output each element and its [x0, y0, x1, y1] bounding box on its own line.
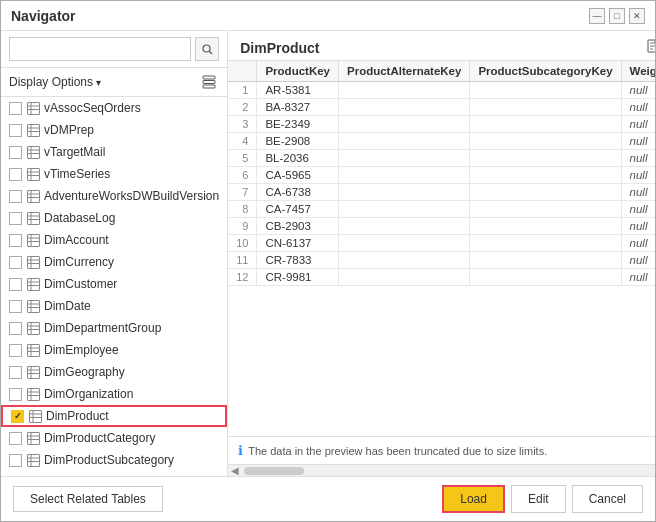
- list-item[interactable]: DimCustomer: [1, 273, 227, 295]
- svg-point-0: [203, 45, 210, 52]
- svg-rect-9: [27, 124, 39, 136]
- row-number: 1: [228, 82, 257, 99]
- weight-cell: null: [621, 82, 655, 99]
- list-item[interactable]: DatabaseLog: [1, 207, 227, 229]
- close-button[interactable]: ✕: [629, 8, 645, 24]
- item-checkbox[interactable]: [9, 344, 22, 357]
- data-table-area[interactable]: ProductKey ProductAlternateKey ProductSu…: [228, 61, 655, 436]
- item-checkbox[interactable]: [9, 124, 22, 137]
- svg-rect-3: [203, 81, 215, 84]
- item-checkbox[interactable]: [9, 388, 22, 401]
- items-list[interactable]: vAssocSeqOrders vDMPrep vTargetMail vTim…: [1, 97, 227, 476]
- item-checkbox[interactable]: [9, 322, 22, 335]
- item-checkbox[interactable]: [9, 234, 22, 247]
- maximize-button[interactable]: □: [609, 8, 625, 24]
- table-icon: [26, 277, 40, 291]
- table-icon: [26, 189, 40, 203]
- truncated-message: ℹ The data in the preview has been trunc…: [228, 436, 655, 464]
- item-checkbox[interactable]: [9, 168, 22, 181]
- alternate-key-cell: [338, 218, 469, 235]
- item-checkbox[interactable]: [9, 366, 22, 379]
- list-item[interactable]: DimGeography: [1, 361, 227, 383]
- svg-rect-61: [29, 410, 41, 422]
- item-label: DimEmployee: [44, 343, 119, 357]
- weight-cell: null: [621, 269, 655, 286]
- item-checkbox[interactable]: [9, 146, 22, 159]
- preview-icon-button[interactable]: [647, 39, 655, 56]
- weight-cell: null: [621, 150, 655, 167]
- list-item[interactable]: vTimeSeries: [1, 163, 227, 185]
- weight-cell: null: [621, 116, 655, 133]
- action-buttons: Load Edit Cancel: [442, 485, 643, 513]
- alternate-key-cell: [338, 167, 469, 184]
- item-checkbox[interactable]: [11, 410, 24, 423]
- horizontal-scrollbar[interactable]: ◀ ▶: [228, 464, 655, 476]
- subcategory-key-cell: [470, 167, 621, 184]
- item-label: DimOrganization: [44, 387, 133, 401]
- item-label: DimDate: [44, 299, 91, 313]
- list-item[interactable]: vDMPrep: [1, 119, 227, 141]
- subcategory-key-cell: [470, 150, 621, 167]
- list-item[interactable]: DimPromotion: [1, 471, 227, 476]
- table-icon: [26, 299, 40, 313]
- list-item[interactable]: AdventureWorksDWBuildVersion: [1, 185, 227, 207]
- subcategory-key-cell: [470, 99, 621, 116]
- list-item[interactable]: DimAccount: [1, 229, 227, 251]
- item-checkbox[interactable]: [9, 212, 22, 225]
- table-icon: [26, 233, 40, 247]
- select-related-button[interactable]: Select Related Tables: [13, 486, 163, 512]
- table-icon: [26, 475, 40, 476]
- scroll-left-icon[interactable]: ◀: [230, 465, 240, 476]
- table-icon: [26, 343, 40, 357]
- item-label: vTimeSeries: [44, 167, 110, 181]
- subcategory-key-cell: [470, 269, 621, 286]
- search-button[interactable]: [195, 37, 219, 61]
- scrollbar-thumb[interactable]: [244, 467, 304, 475]
- item-checkbox[interactable]: [9, 278, 22, 291]
- table-row: 11CR-7833null: [228, 252, 655, 269]
- row-number: 7: [228, 184, 257, 201]
- search-input[interactable]: [9, 37, 191, 61]
- list-item[interactable]: DimCurrency: [1, 251, 227, 273]
- item-checkbox[interactable]: [9, 300, 22, 313]
- item-label: vDMPrep: [44, 123, 94, 137]
- table-row: 4BE-2908null: [228, 133, 655, 150]
- list-item[interactable]: DimProductCategory: [1, 427, 227, 449]
- item-label: DimCurrency: [44, 255, 114, 269]
- svg-rect-37: [27, 278, 39, 290]
- row-number: 5: [228, 150, 257, 167]
- list-item[interactable]: DimOrganization: [1, 383, 227, 405]
- item-checkbox[interactable]: [9, 102, 22, 115]
- list-item[interactable]: vTargetMail: [1, 141, 227, 163]
- content-area: Display Options ▾ vAssocSeqOrders: [1, 31, 655, 476]
- row-number: 2: [228, 99, 257, 116]
- list-item[interactable]: DimEmployee: [1, 339, 227, 361]
- load-button[interactable]: Load: [442, 485, 505, 513]
- item-checkbox[interactable]: [9, 476, 22, 477]
- table-icon: [26, 431, 40, 445]
- info-icon: ℹ: [238, 443, 243, 458]
- item-checkbox[interactable]: [9, 256, 22, 269]
- product-key-cell: BE-2349: [257, 116, 339, 133]
- item-checkbox[interactable]: [9, 432, 22, 445]
- edit-button[interactable]: Edit: [511, 485, 566, 513]
- display-options-button[interactable]: Display Options ▾: [9, 75, 101, 89]
- list-item[interactable]: DimProductSubcategory: [1, 449, 227, 471]
- nav-icon-button[interactable]: [199, 72, 219, 92]
- table-icon: [26, 101, 40, 115]
- list-item[interactable]: DimProduct: [1, 405, 227, 427]
- list-item[interactable]: DimDepartmentGroup: [1, 317, 227, 339]
- item-label: DimProductCategory: [44, 431, 155, 445]
- item-checkbox[interactable]: [9, 454, 22, 467]
- subcategory-key-cell: [470, 201, 621, 218]
- weight-cell: null: [621, 184, 655, 201]
- display-options-arrow-icon: ▾: [96, 77, 101, 88]
- minimize-button[interactable]: —: [589, 8, 605, 24]
- item-checkbox[interactable]: [9, 190, 22, 203]
- cancel-button[interactable]: Cancel: [572, 485, 643, 513]
- alternate-key-cell: [338, 184, 469, 201]
- list-item[interactable]: DimDate: [1, 295, 227, 317]
- truncated-text: The data in the preview has been truncat…: [248, 445, 547, 457]
- weight-cell: null: [621, 252, 655, 269]
- list-item[interactable]: vAssocSeqOrders: [1, 97, 227, 119]
